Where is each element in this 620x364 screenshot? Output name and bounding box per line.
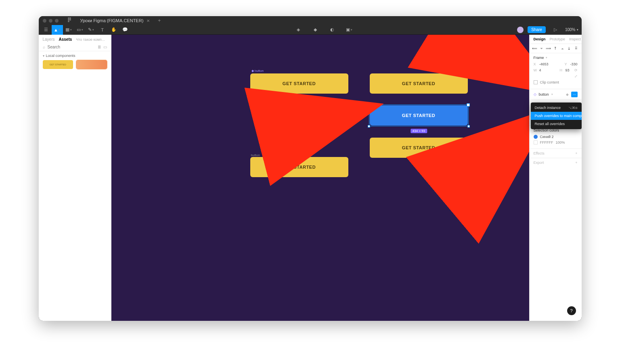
w-label: W [534, 68, 537, 72]
clip-checkbox[interactable] [534, 80, 538, 84]
asset-search-input[interactable] [48, 45, 88, 49]
component-thumb-yellow[interactable]: GET STARTED [43, 60, 73, 69]
svg-line-10 [479, 117, 529, 170]
library-icon[interactable]: ▭ [103, 45, 107, 49]
instance-icon: ◇ [534, 92, 536, 96]
move-tool[interactable]: ▲▾ [52, 25, 63, 35]
svg-point-0 [68, 17, 69, 19]
comment-tool[interactable]: 💬 [119, 25, 131, 35]
resize-icon[interactable]: ⤢ [574, 74, 578, 78]
constrain-icon[interactable]: ⟳ [574, 68, 578, 72]
export-title: Export [534, 161, 544, 165]
align-hcenter-icon[interactable]: ⫟ [540, 46, 544, 50]
pen-tool[interactable]: ✎▾ [86, 25, 97, 35]
max-dot[interactable] [55, 19, 59, 23]
canvas[interactable]: ◆ button GET STARTED GET STARTED GET STA… [111, 35, 529, 321]
share-button[interactable]: Share [528, 26, 546, 33]
document-title: Уроки Figma (FIGMA.CENTER) [80, 18, 144, 23]
selcolor-hex: FFFFFF [540, 140, 553, 144]
svg-point-2 [68, 19, 69, 21]
align-top-icon[interactable]: ⤒ [553, 46, 557, 50]
canvas-button-2: GET STARTED [370, 73, 468, 94]
selcolor-pct: 100% [556, 140, 565, 144]
local-components-section[interactable]: Local components [39, 51, 111, 60]
svg-point-3 [69, 19, 71, 21]
align-right-icon[interactable]: ⟹ [547, 46, 551, 50]
selcolor-name: Синий 2 [540, 135, 554, 139]
distribute-icon[interactable]: ⠿ [574, 46, 578, 50]
text-tool[interactable]: T [97, 25, 108, 35]
svg-line-6 [285, 107, 370, 130]
titlebar: Уроки Figma (FIGMA.CENTER) ✕ + [39, 16, 582, 25]
help-button[interactable]: ? [567, 306, 576, 315]
app-window: Уроки Figma (FIGMA.CENTER) ✕ + ☰ ▲▾ ▦▾ ▭… [39, 16, 582, 321]
frame-label-button-2[interactable]: button [251, 153, 260, 157]
go-to-main-icon[interactable]: ◆ [566, 92, 569, 96]
traffic-lights[interactable] [43, 19, 59, 23]
export-section: Export + [530, 158, 582, 167]
canvas-button-4: GET STARTED [370, 138, 468, 158]
canvas-button-1: GET STARTED [250, 73, 348, 94]
present-button[interactable]: ▷ [550, 25, 561, 35]
boolean-icon[interactable]: ▣▾ [344, 25, 355, 35]
component-thumb-orange[interactable] [76, 60, 107, 69]
zoom-control[interactable]: 100%▾ [565, 27, 578, 32]
align-bottom-icon[interactable]: ⤓ [567, 46, 571, 50]
mask-icon[interactable]: ◐ [327, 25, 338, 35]
instance-name[interactable]: button [539, 92, 549, 96]
y-value[interactable]: -330 [570, 62, 577, 66]
list-view-icon[interactable]: ≣ [98, 45, 101, 49]
annotation-arrow-1 [285, 101, 378, 131]
assets-tab[interactable]: Assets [59, 37, 72, 42]
figma-home-icon[interactable] [67, 17, 71, 24]
menu-detach-instance[interactable]: Detach instance ⌥⌘B [531, 104, 582, 112]
w-value[interactable]: 4 [539, 68, 541, 72]
layers-tab[interactable]: Layers [43, 37, 55, 42]
hand-tool[interactable]: ✋ [108, 25, 119, 35]
selection-colors-section: Selection colors Синий 2 FFFFFF 100% [530, 126, 582, 149]
selcolor-swatch-white[interactable] [534, 140, 538, 144]
frame-section-title: Frame [534, 56, 544, 60]
effects-add-icon[interactable]: + [575, 151, 577, 155]
clip-label: Clip content [540, 80, 559, 84]
right-panel: Design Prototype Inspect ⟸ ⫟ ⟹ ⤒ ⫠ ⤓ ⠿ F… [529, 35, 582, 321]
tab-close-icon[interactable]: ✕ [147, 19, 150, 23]
export-add-icon[interactable]: + [575, 161, 577, 165]
menu-button[interactable]: ☰ [40, 25, 52, 35]
canvas-button-selected: GET STARTED [370, 105, 468, 126]
h-value[interactable]: 93 [565, 68, 569, 72]
effects-section: Effects + [530, 149, 582, 158]
frame-tool[interactable]: ▦▾ [63, 25, 74, 35]
h-label: H [559, 68, 563, 72]
min-dot[interactable] [49, 19, 52, 23]
left-panel: Layers Assets Что такое компоненты, как … [39, 35, 111, 321]
frame-label-button-main[interactable]: ◆ button [251, 69, 264, 73]
x-value[interactable]: -4653 [539, 62, 549, 66]
x-label: X [534, 62, 537, 66]
design-tab[interactable]: Design [534, 37, 546, 41]
canvas-button-5: GET STARTED [250, 157, 348, 177]
menu-reset-overrides[interactable]: Reset all overrides [531, 120, 582, 128]
selcolor-swatch-blue[interactable] [534, 135, 538, 139]
frame-section: Frame▾ X -4653 Y -330 W 4 H 93 ⟳ [530, 53, 582, 89]
close-dot[interactable] [43, 19, 46, 23]
page-breadcrumb[interactable]: Что такое компоненты, как с... [76, 38, 107, 42]
instance-context-menu: Detach instance ⌥⌘B Push overrides to ma… [531, 103, 582, 129]
svg-point-1 [69, 17, 71, 19]
new-tab-button[interactable]: + [158, 18, 161, 23]
reset-icon[interactable]: ◆ [310, 25, 321, 35]
align-vcenter-icon[interactable]: ⫠ [560, 46, 564, 50]
toolbar: ☰ ▲▾ ▦▾ ▭▾ ✎▾ T ✋ 💬 ◈ ◆ ◐ ▣▾ Share ▷ 100… [39, 25, 582, 35]
svg-line-8 [469, 39, 529, 87]
shape-tool[interactable]: ▭▾ [74, 25, 86, 35]
inspect-tab[interactable]: Inspect [569, 37, 581, 41]
document-tab[interactable]: Уроки Figma (FIGMA.CENTER) ✕ [80, 18, 150, 23]
align-left-icon[interactable]: ⟸ [533, 46, 537, 50]
svg-point-4 [68, 21, 69, 22]
user-avatar[interactable] [517, 27, 524, 33]
instance-options-button[interactable]: ⋯ [571, 92, 578, 97]
y-label: Y [564, 62, 568, 66]
menu-push-overrides[interactable]: Push overrides to main component [531, 112, 582, 120]
component-icon[interactable]: ◈ [293, 25, 304, 35]
prototype-tab[interactable]: Prototype [550, 37, 566, 41]
